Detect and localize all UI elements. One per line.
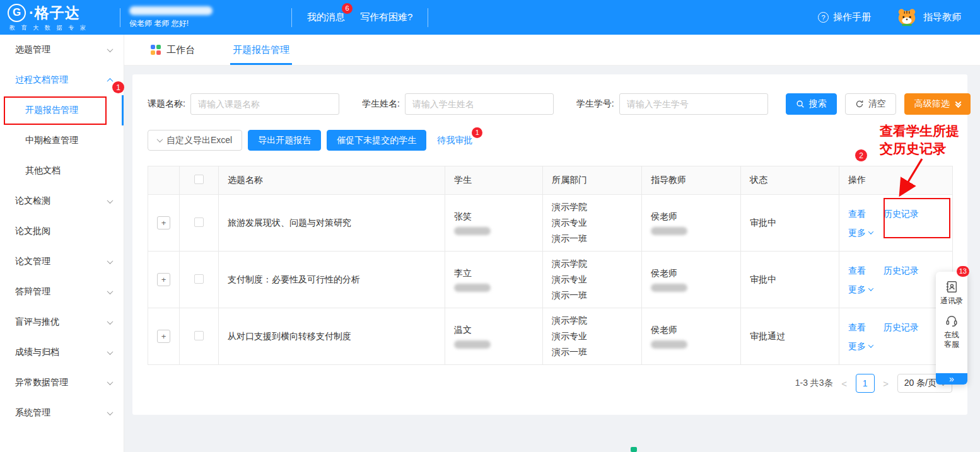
manual-button[interactable]: ? 操作手册: [818, 11, 871, 23]
logo-title: ·格子达: [29, 3, 80, 23]
logo-subtitle: 教 育 大 数 据 专 家: [8, 24, 120, 32]
column-header-status: 状态: [741, 166, 839, 195]
student-id-input[interactable]: [619, 93, 768, 115]
greeting-text: 侯老师 老师 您好!: [129, 18, 213, 29]
logo-icon: G: [8, 4, 26, 22]
blurred-username: [129, 6, 213, 15]
clear-button[interactable]: 清空: [845, 93, 896, 115]
export-proposal-report-button[interactable]: 导出开题报告: [248, 130, 321, 151]
customer-service-button[interactable]: 在线客服: [943, 314, 960, 349]
chevron-down-icon: [107, 379, 114, 385]
horizontal-scrollbar-thumb[interactable]: [631, 447, 637, 452]
view-link[interactable]: 查看: [848, 261, 866, 280]
messages-count-badge: 6: [342, 3, 353, 14]
previous-page-button[interactable]: <: [839, 378, 849, 389]
page-number-button[interactable]: 1: [856, 374, 875, 393]
sidebar-item-system-management[interactable]: 系统管理: [0, 398, 124, 428]
tab-workbench[interactable]: 工作台: [151, 35, 195, 65]
blurred-teacher-id: [651, 284, 687, 292]
question-circle-icon: ?: [818, 12, 829, 23]
main-area: 工作台 开题报告管理 课题名称: 学生姓名: 学生学号:: [124, 35, 980, 452]
chevron-down-icon: [107, 46, 114, 52]
view-link[interactable]: 查看: [848, 318, 866, 337]
sidebar-item-topic-management[interactable]: 选题管理: [0, 35, 124, 65]
sidebar-item-abnormal-data[interactable]: 异常数据管理: [0, 368, 124, 398]
writing-help-button[interactable]: 写作有困难?: [360, 11, 412, 23]
student-name-input[interactable]: [405, 93, 554, 115]
workbench-grid-icon: [151, 45, 161, 55]
chevron-down-icon: [107, 409, 114, 415]
more-link[interactable]: 更多: [848, 337, 866, 356]
next-page-button[interactable]: >: [881, 378, 891, 389]
status-cell: 审批中: [741, 252, 839, 308]
topic-cell: 旅游发展现状、问题与对策研究: [219, 195, 445, 252]
topic-cell: 从对口支援到横向转移支付制度: [219, 308, 445, 365]
my-messages-button[interactable]: 我的消息 6: [307, 11, 345, 23]
student-cell: 温文: [445, 308, 543, 365]
row-checkbox[interactable]: [194, 217, 204, 227]
collapse-toolbar-button[interactable]: »: [936, 373, 967, 385]
more-link[interactable]: 更多: [848, 223, 866, 242]
history-link[interactable]: 历史记录: [884, 204, 919, 223]
chevron-down-icon: [868, 342, 873, 347]
topic-name-input[interactable]: [190, 93, 339, 115]
chevron-down-icon: [868, 286, 873, 291]
annotation-arrow: [889, 155, 933, 199]
expand-row-button[interactable]: +: [157, 216, 170, 229]
column-header-topic: 选题名称: [219, 166, 445, 195]
student-cell: 李立: [445, 252, 543, 308]
annotation-step1-badge: 1: [112, 81, 124, 93]
sidebar-item-paper-management[interactable]: 论文管理: [0, 246, 124, 277]
student-cell: 张笑: [445, 195, 543, 252]
column-header-teacher: 指导教师: [642, 166, 741, 195]
contacts-button[interactable]: 通讯录: [940, 280, 963, 306]
search-icon: [796, 100, 805, 108]
expand-row-button[interactable]: +: [157, 330, 170, 343]
more-link[interactable]: 更多: [848, 280, 866, 299]
tab-bar: 工作台 开题报告管理: [124, 35, 980, 66]
history-link[interactable]: 历史记录: [884, 261, 919, 280]
blurred-teacher-id: [651, 227, 687, 235]
sidebar-item-midterm-check[interactable]: 中期检查管理: [0, 125, 124, 156]
pending-approval-link[interactable]: 待我审批 1: [437, 135, 472, 146]
search-button[interactable]: 搜索: [786, 93, 837, 115]
department-cell: 演示学院 演示专业 演示一班: [543, 308, 642, 365]
sidebar-item-defense-management[interactable]: 答辩管理: [0, 277, 124, 307]
topic-name-label: 课题名称:: [148, 98, 185, 110]
teacher-role-label: 指导教师: [923, 11, 961, 23]
main-card: 课题名称: 学生姓名: 学生学号: 搜索 清空: [132, 74, 967, 415]
sidebar-item-process-documents[interactable]: 过程文档管理: [0, 65, 124, 95]
advanced-filter-button[interactable]: 高级筛选: [904, 93, 971, 115]
row-checkbox[interactable]: [194, 274, 204, 284]
view-link[interactable]: 查看: [848, 204, 866, 223]
teacher-cell: 侯老师: [642, 252, 741, 308]
table-row: + 支付制度：必要性及可行性的分析 李立 演示学院 演示专业 演示一班: [148, 252, 953, 308]
department-cell: 演示学院 演示专业 演示一班: [543, 252, 642, 308]
refresh-icon: [855, 100, 864, 108]
tab-proposal-report-management[interactable]: 开题报告管理: [233, 35, 289, 65]
sidebar-item-paper-review[interactable]: 论文批阅: [0, 216, 124, 246]
urge-students-button[interactable]: 催促下未提交的学生: [327, 130, 426, 151]
sidebar-item-proposal-report[interactable]: 开题报告管理: [0, 95, 124, 125]
sidebar-nav: 选题管理 过程文档管理 开题报告管理 中期检查管理 其他文档 论文检测 论文批阅…: [0, 35, 124, 452]
sidebar-item-blind-review[interactable]: 盲评与推优: [0, 307, 124, 337]
chevron-down-icon: [107, 318, 114, 325]
history-link[interactable]: 历史记录: [884, 318, 919, 337]
floating-toolbar: 13 通讯录 在线客服 »: [936, 272, 967, 385]
column-header-department: 所属部门: [543, 166, 642, 195]
custom-export-excel-button[interactable]: 自定义导出Excel: [148, 130, 242, 151]
row-checkbox[interactable]: [194, 331, 204, 340]
student-name-label: 学生姓名:: [362, 98, 400, 110]
content-area: 课题名称: 学生姓名: 学生学号: 搜索 清空: [124, 66, 980, 415]
expand-row-button[interactable]: +: [157, 273, 170, 286]
chevron-down-icon: [107, 197, 114, 204]
sidebar-item-other-documents[interactable]: 其他文档: [0, 156, 124, 186]
top-header: G ·格子达 教 育 大 数 据 专 家 侯老师 老师 您好! 我的消息 6 写…: [0, 0, 980, 35]
sidebar-item-paper-check[interactable]: 论文检测: [0, 186, 124, 216]
chevron-down-icon: [107, 349, 114, 355]
table-row: + 旅游发展现状、问题与对策研究 张笑 演示学院 演示专业 演示一班: [148, 195, 953, 252]
select-all-checkbox[interactable]: [194, 175, 204, 184]
blurred-student-id: [454, 227, 491, 235]
sidebar-item-grades-archive[interactable]: 成绩与归档: [0, 337, 124, 368]
annotation-step2-badge: 2: [855, 149, 867, 161]
